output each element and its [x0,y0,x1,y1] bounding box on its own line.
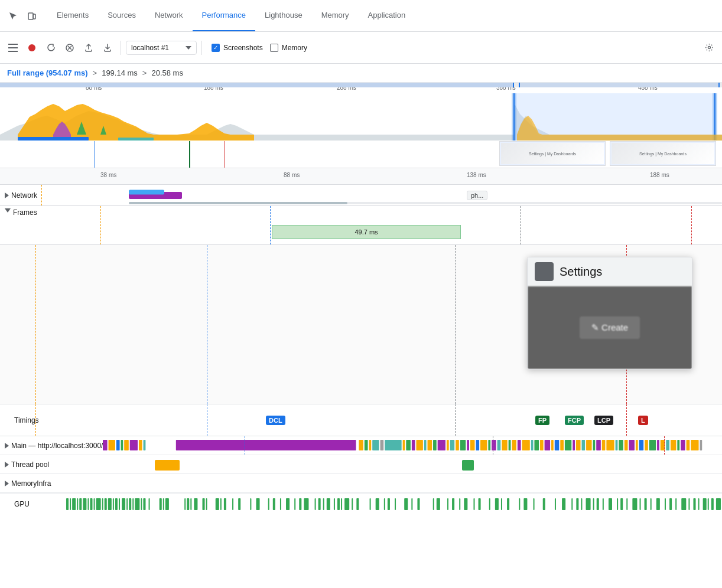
svg-rect-134 [286,498,290,510]
memory-checkbox-group: Memory [270,44,307,52]
timing-gray-1 [455,404,456,436]
svg-rect-122 [203,498,205,510]
thread-pool-bar-2 [462,460,474,471]
frames-row-label[interactable]: Frames [0,206,65,217]
svg-rect-147 [356,498,359,510]
svg-rect-22 [121,440,123,450]
svg-rect-190 [665,498,666,510]
main-thread-label[interactable]: Main — http://localhost:3000/ [0,442,103,450]
cursor-icon[interactable] [5,8,21,24]
blue-marker-1 [95,141,95,168]
clear-btn[interactable] [61,40,78,56]
toolbar: localhost #1 ✓ Screenshots Memory [0,32,722,64]
svg-rect-141 [327,498,330,510]
thread-pool-content [65,455,722,473]
svg-rect-97 [87,498,89,510]
dcl-badge[interactable]: DCL [266,416,285,425]
tab-application[interactable]: Application [359,0,415,31]
screenshot-thumb-1[interactable]: Settings | My Dashboards [499,141,606,166]
svg-rect-4 [8,51,18,52]
svg-rect-126 [224,498,226,510]
scrollbar-track[interactable] [0,83,722,87]
svg-rect-33 [385,440,402,450]
fcp-badge[interactable]: FCP [565,416,584,425]
session-select[interactable]: localhost #1 [126,41,197,55]
svg-rect-55 [512,440,517,450]
tab-sources[interactable]: Sources [98,0,145,31]
fp-badge[interactable]: FP [535,416,549,425]
svg-rect-72 [602,440,606,450]
svg-rect-127 [232,498,233,510]
svg-rect-35 [406,440,411,450]
svg-rect-47 [470,440,475,450]
svg-rect-29 [365,440,368,450]
svg-rect-139 [318,498,321,510]
overview-area[interactable]: 88 ms 188 ms 288 ms 388 ms 488 ms [0,83,722,168]
sidebar-toggle-btn[interactable] [5,40,21,56]
svg-rect-110 [132,498,134,510]
svg-rect-184 [626,498,627,510]
download-btn[interactable] [99,40,116,56]
svg-rect-50 [489,440,491,450]
memory-checkbox[interactable] [270,44,278,52]
tab-network[interactable]: Network [145,0,193,31]
svg-rect-164 [489,498,490,510]
svg-rect-34 [403,440,405,450]
svg-rect-149 [376,498,379,510]
svg-rect-150 [384,498,385,510]
network-scrollbar-track[interactable] [129,202,722,204]
svg-rect-133 [280,498,281,510]
svg-rect-157 [437,498,440,510]
svg-rect-173 [562,498,565,510]
tab-lighthouse[interactable]: Lighthouse [255,0,312,31]
l-badge[interactable]: L [638,416,648,425]
frame-bar[interactable]: 49.7 ms [272,225,461,239]
svg-rect-49 [480,440,487,450]
memory-infra-label[interactable]: MemoryInfra [0,479,65,488]
main-label: Main — http://localhost:3000/ [11,442,103,450]
svg-rect-180 [603,498,604,510]
svg-rect-45 [460,440,466,450]
device-icon[interactable] [24,8,40,24]
screenshots-checkbox[interactable]: ✓ [212,44,220,52]
record-btn[interactable] [24,40,40,56]
svg-rect-155 [417,498,419,510]
network-expand-icon [5,192,9,198]
devtools-icons [5,8,40,24]
upload-btn[interactable] [80,40,97,56]
network-row-label[interactable]: Network [0,191,65,200]
svg-rect-112 [141,498,142,510]
svg-rect-162 [473,498,474,510]
tab-performance[interactable]: Performance [193,0,255,31]
svg-point-5 [28,44,35,51]
memory-label[interactable]: Memory [282,44,307,52]
svg-rect-174 [571,498,573,510]
svg-rect-21 [116,440,120,450]
frame-area: Settings ✎ Create [0,245,722,404]
svg-rect-65 [565,440,571,450]
svg-rect-186 [639,498,640,510]
scroll-range [519,83,720,87]
detail-area: 38 ms 88 ms 138 ms 188 ms [0,168,722,185]
svg-rect-102 [105,498,107,510]
reload-btn[interactable] [43,40,59,56]
svg-rect-135 [294,498,295,510]
svg-rect-54 [509,440,511,450]
tab-elements[interactable]: Elements [47,0,98,31]
svg-rect-17 [512,93,516,141]
screenshots-label[interactable]: Screenshots [223,44,263,52]
svg-rect-168 [519,498,520,510]
screenshot-thumb-2[interactable]: Settings | My Dashboards [610,141,716,166]
settings-gear-btn[interactable] [701,40,717,56]
svg-rect-100 [96,498,101,510]
network-label: Network [11,191,37,200]
breadcrumb-full-range[interactable]: Full range (954.07 ms) [7,68,88,77]
tab-memory[interactable]: Memory [312,0,359,31]
network-scrollbar-thumb[interactable] [129,202,347,204]
lcp-badge[interactable]: LCP [594,416,613,425]
thread-pool-label[interactable]: Thread pool [0,460,65,469]
nav-tabs: Elements Sources Network Performance Lig… [47,0,717,31]
svg-rect-3 [8,47,18,48]
network-row: Network ph... [0,185,722,206]
svg-rect-71 [597,440,601,450]
